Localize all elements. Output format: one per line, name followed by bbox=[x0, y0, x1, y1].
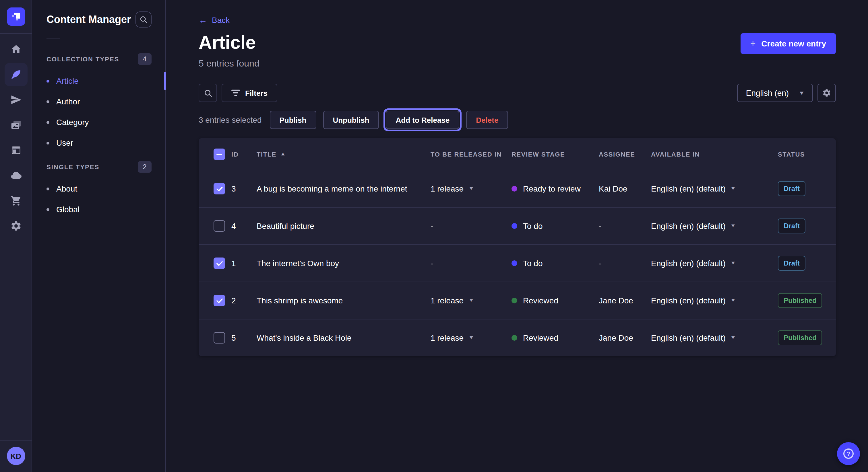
review-stage-cell: To do bbox=[512, 222, 599, 231]
locale-value: English (en) (default) bbox=[651, 222, 725, 231]
table-row[interactable]: 3 A bug is becoming a meme on the intern… bbox=[198, 170, 836, 207]
sidebar-search-button[interactable] bbox=[135, 11, 152, 28]
chevron-down-icon: ▼ bbox=[730, 336, 736, 340]
entries-count: 5 entries found bbox=[198, 59, 259, 69]
sidebar-item-article[interactable]: Article bbox=[46, 71, 152, 91]
add-to-release-button[interactable]: Add to Release bbox=[386, 111, 459, 129]
table-row[interactable]: 5 What's inside a Black Hole 1 release ▼… bbox=[198, 319, 836, 356]
release-dropdown[interactable]: - ▼ bbox=[431, 222, 512, 231]
review-stage-cell: Reviewed bbox=[512, 296, 599, 305]
bullet-icon bbox=[46, 208, 50, 211]
home-icon[interactable] bbox=[4, 38, 27, 61]
chevron-down-icon: ▼ bbox=[730, 187, 736, 191]
filters-button[interactable]: Filters bbox=[222, 84, 277, 102]
locale-dropdown[interactable]: English (en) (default) ▼ bbox=[651, 333, 778, 342]
sidebar-item-user[interactable]: User bbox=[46, 133, 152, 153]
locale-dropdown[interactable]: English (en) (default) ▼ bbox=[651, 296, 778, 305]
sidebar-title: Content Manager bbox=[46, 11, 131, 28]
publish-button[interactable]: Publish bbox=[270, 111, 316, 129]
sidebar-item-about[interactable]: About bbox=[46, 178, 152, 199]
table-row[interactable]: 2 This shrimp is awesome 1 release ▼ Rev… bbox=[198, 281, 836, 319]
stage-label: Reviewed bbox=[523, 333, 558, 342]
row-checkbox[interactable] bbox=[214, 258, 225, 269]
search-button[interactable] bbox=[198, 84, 217, 102]
active-indicator bbox=[164, 72, 166, 90]
bullet-icon bbox=[46, 141, 50, 144]
delete-button[interactable]: Delete bbox=[466, 111, 508, 129]
entries-table: ID TITLE ▲ TO BE RELEASED IN REVIEW STAG… bbox=[198, 138, 836, 356]
search-icon bbox=[204, 89, 212, 97]
stage-label: To do bbox=[523, 222, 543, 231]
column-header-title[interactable]: TITLE ▲ bbox=[257, 150, 431, 158]
status-badge: Draft bbox=[778, 218, 805, 233]
chevron-down-icon: ▼ bbox=[730, 298, 736, 303]
locale-value: English (en) (default) bbox=[651, 333, 725, 342]
sidebar-divider bbox=[46, 38, 60, 38]
row-title: What's inside a Black Hole bbox=[257, 333, 431, 342]
table-row[interactable]: 4 Beautiful picture - ▼ To do - English … bbox=[198, 207, 836, 244]
chevron-down-icon: ▼ bbox=[468, 336, 474, 340]
status-badge: Draft bbox=[778, 181, 805, 196]
indeterminate-dash bbox=[216, 154, 222, 155]
back-link[interactable]: ← Back bbox=[198, 15, 229, 24]
stage-dot-icon bbox=[512, 335, 517, 341]
sidebar-item-label: Author bbox=[56, 97, 80, 106]
review-stage-cell: Ready to review bbox=[512, 184, 599, 193]
table-row[interactable]: 1 The internet's Own boy - ▼ To do - Eng… bbox=[198, 244, 836, 281]
unpublish-button[interactable]: Unpublish bbox=[323, 111, 379, 129]
content-manager-icon[interactable] bbox=[4, 63, 27, 86]
sidebar-item-label: Article bbox=[56, 76, 79, 86]
release-dropdown[interactable]: 1 release ▼ bbox=[431, 184, 512, 193]
stage-label: Ready to review bbox=[523, 184, 581, 193]
assignee-cell: Jane Doe bbox=[599, 333, 651, 342]
create-new-entry-button[interactable]: + Create new entry bbox=[741, 33, 836, 54]
deploy-cloud-icon[interactable] bbox=[4, 164, 27, 187]
row-id: 3 bbox=[231, 184, 257, 193]
media-library-icon[interactable] bbox=[4, 113, 27, 136]
sidebar-item-label: Global bbox=[56, 205, 80, 214]
filter-icon bbox=[231, 90, 240, 96]
row-checkbox[interactable] bbox=[214, 183, 225, 194]
strapi-logo[interactable] bbox=[7, 7, 25, 26]
marketplace-cart-icon[interactable] bbox=[4, 189, 27, 212]
content-type-builder-icon[interactable] bbox=[4, 139, 27, 162]
row-checkbox[interactable] bbox=[214, 332, 225, 343]
release-dropdown[interactable]: 1 release ▼ bbox=[431, 333, 512, 342]
settings-icon[interactable] bbox=[4, 214, 27, 237]
sort-asc-icon: ▲ bbox=[280, 151, 286, 157]
column-header-id: ID bbox=[231, 150, 257, 158]
locale-dropdown[interactable]: English (en) (default) ▼ bbox=[651, 222, 778, 231]
sidebar-item-label: User bbox=[56, 138, 73, 147]
section-label: COLLECTION TYPES bbox=[46, 56, 119, 63]
sidebar-item-author[interactable]: Author bbox=[46, 91, 152, 112]
stage-dot-icon bbox=[512, 186, 517, 192]
bulk-actions-bar: 3 entries selected Publish Unpublish Add… bbox=[198, 111, 836, 129]
releases-icon[interactable] bbox=[4, 88, 27, 111]
chevron-down-icon: ▼ bbox=[799, 90, 805, 96]
help-button[interactable]: ? bbox=[837, 442, 860, 465]
row-id: 1 bbox=[231, 259, 257, 268]
list-toolbar: Filters English (en) ▼ bbox=[198, 84, 836, 102]
release-dropdown[interactable]: 1 release ▼ bbox=[431, 296, 512, 305]
locale-select[interactable]: English (en) ▼ bbox=[737, 84, 813, 102]
release-value: 1 release bbox=[431, 296, 464, 305]
row-title: A bug is becoming a meme on the internet bbox=[257, 184, 431, 193]
locale-dropdown[interactable]: English (en) (default) ▼ bbox=[651, 184, 778, 193]
user-avatar[interactable]: KD bbox=[7, 447, 25, 465]
chevron-down-icon: ▼ bbox=[468, 187, 474, 191]
sidebar-item-global[interactable]: Global bbox=[46, 199, 152, 220]
view-settings-button[interactable] bbox=[817, 84, 836, 102]
help-icon: ? bbox=[843, 448, 854, 459]
rail-icons bbox=[4, 38, 27, 237]
locale-dropdown[interactable]: English (en) (default) ▼ bbox=[651, 259, 778, 268]
locale-value: English (en) (default) bbox=[651, 296, 725, 305]
release-value: - bbox=[431, 222, 433, 231]
review-stage-cell: To do bbox=[512, 259, 599, 268]
row-checkbox[interactable] bbox=[214, 295, 225, 306]
gear-icon bbox=[822, 88, 831, 98]
release-dropdown[interactable]: - ▼ bbox=[431, 259, 512, 268]
select-all-checkbox[interactable] bbox=[214, 148, 225, 160]
row-checkbox[interactable] bbox=[214, 220, 225, 232]
sidebar-item-category[interactable]: Category bbox=[46, 112, 152, 133]
strapi-admin-window: KD Content Manager COLLECTION TYPES 4 Ar… bbox=[0, 0, 868, 472]
